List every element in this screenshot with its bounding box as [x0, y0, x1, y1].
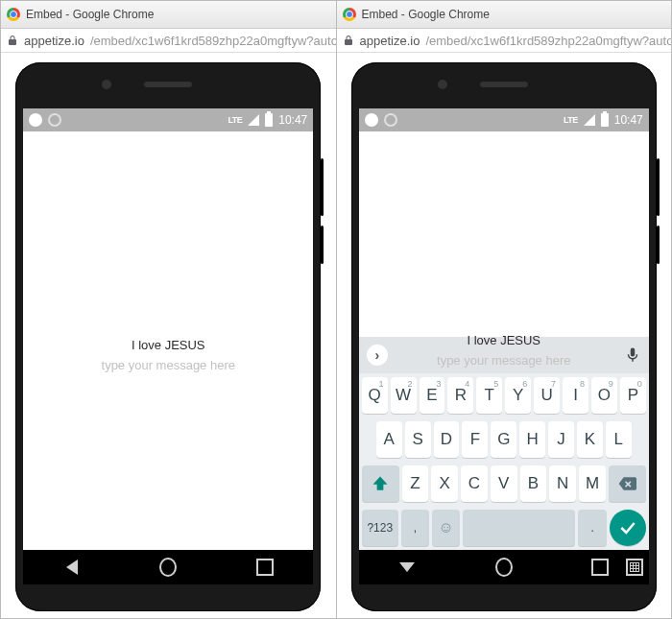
key-r[interactable]: R4: [447, 377, 473, 414]
status-bar: LTE 10:47: [359, 108, 649, 131]
message-title: I love JESUS: [23, 338, 313, 352]
enter-key[interactable]: [610, 510, 646, 546]
soft-keyboard: › Q1W2E3R4T5Y6U7I8O9P0 ASDFGHJKL: [359, 337, 649, 550]
emoji-key[interactable]: ☺: [432, 510, 460, 546]
url-path: /embed/xc1w6f1krd589zhp22a0mgftyw?autop: [90, 34, 336, 48]
key-n[interactable]: N: [549, 465, 576, 502]
message-block: I love JESUS type your message here: [359, 333, 649, 368]
signal-icon: [584, 114, 595, 126]
key-h[interactable]: H: [519, 421, 545, 458]
browser-tab-bar: Embed - Google Chrome: [1, 1, 336, 29]
status-bar: LTE 10:47: [23, 108, 313, 131]
space-key[interactable]: [463, 510, 575, 546]
keyboard-row-4: ?123 , ☺ .: [359, 506, 649, 550]
chrome-icon: [7, 8, 20, 21]
message-title: I love JESUS: [359, 333, 649, 347]
key-y[interactable]: Y6: [505, 377, 531, 414]
message-input[interactable]: type your message here: [359, 353, 649, 368]
key-e[interactable]: E3: [420, 377, 445, 414]
key-t[interactable]: T5: [476, 377, 502, 414]
bezel-bottom: [351, 584, 657, 611]
key-p[interactable]: P0: [620, 377, 646, 414]
front-camera: [438, 80, 447, 89]
network-label: LTE: [564, 115, 578, 125]
device-screen: LTE 10:47 I love JESUS type your message…: [359, 108, 649, 550]
chrome-icon: [343, 8, 356, 21]
comma-key[interactable]: ,: [401, 510, 429, 546]
status-circle-icon: [48, 113, 61, 127]
signal-icon: [248, 114, 259, 126]
message-input[interactable]: type your message here: [23, 358, 313, 372]
nav-recents-button[interactable]: [256, 559, 274, 576]
power-button: [657, 226, 660, 264]
network-label: LTE: [228, 115, 242, 125]
address-bar[interactable]: appetize.io/embed/xc1w6f1krd589zhp22a0mg…: [1, 29, 336, 53]
lock-icon: [343, 35, 354, 46]
power-button: [321, 226, 324, 264]
pane-left: Embed - Google Chrome appetize.io/embed/…: [1, 1, 336, 618]
screenshot: Embed - Google Chrome appetize.io/embed/…: [0, 0, 672, 619]
status-circle-icon: [365, 113, 378, 127]
key-q[interactable]: Q1: [362, 377, 388, 414]
key-v[interactable]: V: [491, 465, 517, 502]
speaker-grille: [480, 82, 528, 87]
pane-right: Embed - Google Chrome appetize.io/embed/…: [337, 1, 672, 618]
status-circle-icon: [384, 113, 397, 127]
nav-recents-button[interactable]: [591, 559, 609, 576]
url-path: /embed/xc1w6f1krd589zhp22a0mgftyw?autop: [425, 34, 671, 48]
message-block: I love JESUS type your message here: [23, 338, 313, 372]
key-m[interactable]: M: [579, 465, 606, 502]
key-f[interactable]: F: [462, 421, 488, 458]
android-nav-bar: [23, 550, 313, 584]
key-u[interactable]: U7: [534, 377, 560, 414]
android-nav-bar: [359, 550, 649, 584]
key-l[interactable]: L: [606, 421, 632, 458]
key-a[interactable]: A: [376, 421, 402, 458]
browser-tab-bar: Embed - Google Chrome: [337, 1, 672, 29]
key-i[interactable]: I8: [563, 377, 588, 414]
keyboard-row-2: ASDFGHJKL: [359, 417, 649, 462]
address-bar[interactable]: appetize.io/embed/xc1w6f1krd589zhp22a0mg…: [337, 29, 672, 53]
volume-button: [657, 158, 660, 216]
tab-title: Embed - Google Chrome: [362, 8, 490, 21]
app-content: I love JESUS type your message here ›: [359, 131, 649, 550]
nav-home-button[interactable]: [495, 559, 513, 576]
bezel-bottom: [15, 584, 321, 611]
backspace-key[interactable]: [609, 465, 646, 502]
key-j[interactable]: J: [548, 421, 574, 458]
url-host: appetize.io: [360, 34, 420, 48]
emulator-stage: LTE 10:47 I love JESUS type your message…: [337, 53, 672, 618]
nav-home-button[interactable]: [159, 559, 177, 576]
app-content: I love JESUS type your message here: [23, 131, 313, 550]
lock-icon: [7, 35, 18, 46]
battery-icon: [265, 113, 273, 127]
key-s[interactable]: S: [405, 421, 431, 458]
keyboard-row-3: ZXCVBNM: [359, 462, 649, 506]
key-x[interactable]: X: [431, 465, 458, 502]
shift-key[interactable]: [362, 465, 399, 502]
nav-back-button[interactable]: [398, 559, 416, 576]
clock: 10:47: [278, 113, 307, 127]
url-host: appetize.io: [24, 34, 84, 48]
nav-back-button[interactable]: [63, 559, 81, 576]
key-o[interactable]: O9: [591, 377, 617, 414]
key-k[interactable]: K: [577, 421, 603, 458]
phone-frame: LTE 10:47 I love JESUS type your message…: [15, 62, 321, 611]
emulator-stage: LTE 10:47 I love JESUS type your message…: [1, 53, 336, 618]
nav-keyboard-button[interactable]: [626, 559, 643, 576]
key-w[interactable]: W2: [391, 377, 417, 414]
status-circle-icon: [29, 113, 42, 127]
key-z[interactable]: Z: [402, 465, 429, 502]
battery-icon: [601, 113, 609, 127]
key-d[interactable]: D: [434, 421, 460, 458]
symbols-key[interactable]: ?123: [362, 510, 398, 546]
phone-frame: LTE 10:47 I love JESUS type your message…: [351, 62, 657, 611]
tab-title: Embed - Google Chrome: [26, 8, 154, 21]
key-c[interactable]: C: [461, 465, 488, 502]
volume-button: [321, 158, 324, 216]
key-b[interactable]: B: [520, 465, 547, 502]
key-g[interactable]: G: [491, 421, 516, 458]
clock: 10:47: [614, 113, 643, 127]
keyboard-row-1: Q1W2E3R4T5Y6U7I8O9P0: [359, 373, 649, 417]
period-key[interactable]: .: [578, 510, 606, 546]
